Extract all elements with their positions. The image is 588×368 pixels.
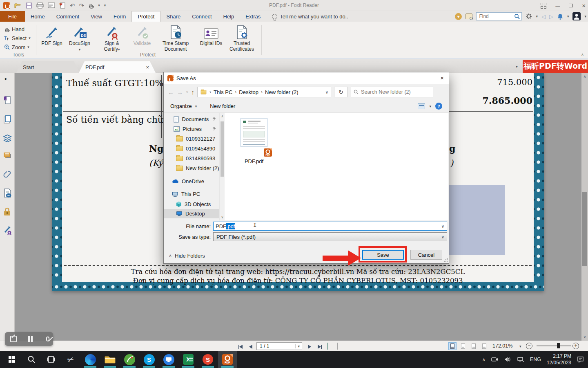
favorite-heart-icon[interactable]: ♥ — [455, 13, 462, 20]
pdf-sign-button[interactable]: PDF Sign — [38, 24, 66, 47]
page-dropdown-icon[interactable]: ▾ — [295, 344, 302, 348]
search-input[interactable] — [361, 89, 426, 95]
taskbar-app-excel[interactable]: X — [179, 351, 198, 368]
redo-icon[interactable]: ↷ — [79, 2, 85, 9]
facing-view-button[interactable] — [470, 342, 478, 350]
taskbar-app-snipping[interactable]: ✂ — [61, 351, 80, 368]
scroll-down-icon[interactable]: ∨ — [581, 335, 588, 339]
undo-icon[interactable]: ↶ — [70, 2, 75, 9]
tab-share[interactable]: Share — [160, 11, 186, 22]
tab-view[interactable]: View — [85, 11, 108, 22]
select-tool[interactable]: T Select ▾ — [4, 34, 31, 42]
zoom-tool[interactable]: Zoom ▾ — [4, 43, 29, 51]
minimize-button[interactable]: — — [555, 3, 560, 8]
bookmarks-icon[interactable] — [3, 96, 12, 105]
nav-item-desktop[interactable]: Desktop — [164, 209, 219, 218]
pages-icon[interactable] — [3, 115, 12, 124]
save-as-type-select[interactable]: PDF Files (*.pdf) ∨ — [213, 232, 447, 241]
breadcrumb-dropdown-icon[interactable]: ∨ — [325, 90, 328, 94]
recorder-mic-muted-icon[interactable] — [46, 337, 49, 341]
scrollbar-thumb[interactable] — [220, 121, 224, 177]
save-icon[interactable] — [26, 2, 32, 9]
file-thumbnail[interactable] — [241, 118, 267, 147]
start-button[interactable] — [2, 351, 21, 368]
breadcrumb-desktop[interactable]: Desktop — [239, 89, 258, 95]
nav-item-folder[interactable]: 0314890593 — [164, 154, 219, 163]
previous-view-button[interactable] — [327, 343, 328, 349]
resize-grip[interactable] — [443, 258, 448, 262]
tab-form[interactable]: Form — [108, 11, 131, 22]
tab-connect[interactable]: Connect — [186, 11, 217, 22]
organize-menu[interactable]: Organize — [170, 103, 192, 109]
taskbar-clock[interactable]: 2:17 PM12/05/2023 — [547, 353, 571, 366]
account-avatar[interactable] — [572, 12, 581, 20]
zoom-level[interactable]: 172.01% — [492, 343, 512, 349]
zoom-dropdown-icon[interactable]: ▾ — [519, 344, 521, 348]
find-input[interactable] — [479, 13, 514, 19]
taskbar-app-snagit[interactable]: S — [198, 351, 217, 368]
volume-icon[interactable] — [504, 357, 511, 362]
pdf-to-word-banner[interactable]: 福昕PDF转Word — [523, 60, 588, 73]
pin-icon[interactable] — [212, 127, 216, 131]
scroll-up-icon[interactable]: ∧ — [581, 74, 588, 79]
tell-me-box[interactable]: Tell me what you want to do.. — [272, 11, 348, 22]
nav-item-documents[interactable]: Documents — [164, 114, 219, 124]
taskbar-app-skype[interactable]: S — [140, 351, 158, 368]
nav-scrollbar[interactable]: ∧ ∨ — [219, 113, 225, 220]
certify-panel-icon[interactable] — [3, 226, 12, 235]
previous-page-button[interactable] — [249, 344, 252, 350]
last-page-button[interactable] — [318, 344, 322, 350]
layers-icon[interactable] — [3, 133, 12, 142]
expand-panel-icon[interactable]: ▸ — [5, 76, 14, 85]
up-one-level-icon[interactable]: ↑ — [192, 89, 195, 96]
comments-icon[interactable] — [3, 152, 12, 161]
close-tab-icon[interactable]: × — [146, 64, 149, 70]
file-name-dropdown-icon[interactable]: ∨ — [441, 224, 444, 229]
folder-search-icon[interactable] — [466, 13, 472, 19]
close-button[interactable]: × — [582, 2, 586, 9]
sign-certify-button[interactable]: Sign & Certify▾ — [96, 24, 127, 52]
tab-comment[interactable]: Comment — [51, 11, 85, 22]
print-icon[interactable] — [36, 2, 44, 9]
screen-recorder-bar[interactable] — [5, 332, 53, 346]
view-mode-icon[interactable] — [418, 103, 425, 109]
view-mode-dropdown-icon[interactable]: ▾ — [429, 104, 431, 108]
page-number-box[interactable]: 1 / 1 ▾ — [256, 342, 302, 350]
back-icon[interactable]: ← — [168, 89, 174, 96]
action-center-icon[interactable] — [577, 356, 584, 363]
taskbar-search-button[interactable] — [22, 351, 41, 368]
zoom-out-button[interactable]: − — [526, 343, 532, 349]
taskbar-app-edge[interactable] — [81, 351, 100, 368]
dialog-file-list[interactable]: PDF PDF.pdf — [225, 113, 448, 220]
nav-item-folder[interactable]: New folder (2) — [164, 164, 219, 173]
file-name-label[interactable]: PDF.pdf — [234, 158, 274, 164]
ribbon-collapse-icon[interactable]: ∧ — [581, 52, 584, 57]
history-back-icon[interactable]: ◁ — [541, 13, 546, 20]
tile-windows-icon[interactable] — [541, 3, 546, 9]
nav-item-pictures[interactable]: Pictures — [164, 124, 219, 134]
continuous-facing-view-button[interactable] — [480, 342, 488, 350]
breadcrumb-this-pc[interactable]: This PC — [214, 89, 232, 95]
security-lock-icon[interactable] — [3, 207, 12, 216]
cancel-button[interactable]: Cancel — [410, 250, 442, 260]
tab-home[interactable]: Home — [25, 11, 51, 22]
restore-button[interactable] — [569, 4, 573, 7]
new-folder-button[interactable]: New folder — [210, 103, 235, 109]
foxit-logo-icon[interactable] — [3, 2, 10, 9]
zoom-dropdown-icon[interactable]: ▾ — [27, 45, 29, 49]
hide-folders-button[interactable]: ∧ Hide Folders — [169, 253, 205, 259]
forward-icon[interactable]: → — [177, 89, 183, 96]
open-file-icon[interactable] — [14, 2, 22, 9]
nav-item-folder[interactable]: 0109312127 — [164, 134, 219, 144]
organize-dropdown-icon[interactable]: ▾ — [195, 104, 197, 108]
dialog-title-bar[interactable]: Save As — [164, 72, 449, 84]
taskbar-app-explorer[interactable] — [100, 351, 119, 368]
account-dropdown-icon[interactable]: ▾ — [584, 14, 586, 18]
file-name-input[interactable]: PDF.pdf ∨ — [213, 222, 447, 231]
tab-extras[interactable]: Extras — [240, 11, 266, 22]
pin-icon[interactable] — [212, 117, 216, 121]
tab-document[interactable]: PDF.pdf × — [79, 61, 156, 73]
email-icon[interactable] — [48, 2, 55, 8]
attachments-icon[interactable] — [3, 170, 12, 179]
trusted-certificates-button[interactable]: Trusted Certificates — [225, 24, 258, 52]
